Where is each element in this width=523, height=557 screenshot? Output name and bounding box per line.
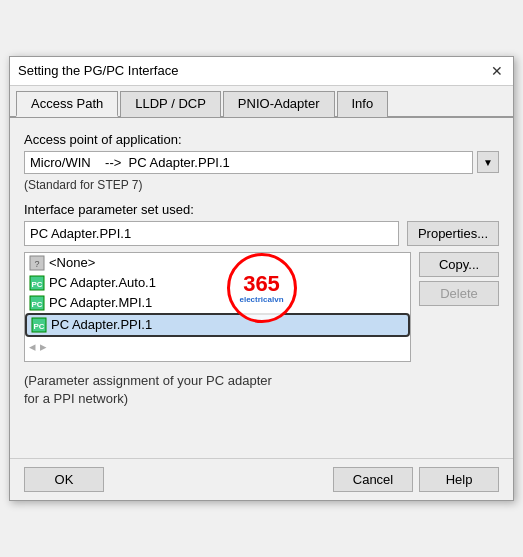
cancel-button[interactable]: Cancel bbox=[333, 467, 413, 492]
list-item-auto1-label: PC Adapter.Auto.1 bbox=[49, 275, 156, 290]
none-icon: ? bbox=[29, 255, 45, 271]
svg-text:PC: PC bbox=[33, 322, 44, 331]
tab-bar: Access Path LLDP / DCP PNIO-Adapter Info bbox=[10, 86, 513, 118]
standard-text: (Standard for STEP 7) bbox=[24, 178, 499, 192]
bottom-left-buttons: OK bbox=[24, 467, 104, 492]
svg-text:?: ? bbox=[34, 259, 39, 269]
bottom-right-buttons: Cancel Help bbox=[333, 467, 499, 492]
interface-param-row: Properties... bbox=[24, 221, 499, 246]
description-box: (Parameter assignment of your PC adapter… bbox=[24, 372, 499, 408]
properties-button[interactable]: Properties... bbox=[407, 221, 499, 246]
access-point-dropdown-arrow[interactable]: ▼ bbox=[477, 151, 499, 173]
ppi1-icon: PC bbox=[31, 317, 47, 333]
auto1-icon: PC bbox=[29, 275, 45, 291]
list-area-row: ? <None> PC PC Adapter.Auto.1 PC bbox=[24, 252, 499, 362]
list-item-mpi1-label: PC Adapter.MPI.1 bbox=[49, 295, 152, 310]
access-point-label: Access point of application: bbox=[24, 132, 499, 147]
tab-access-path[interactable]: Access Path bbox=[16, 91, 118, 117]
tab-pnio-adapter[interactable]: PNIO-Adapter bbox=[223, 91, 335, 117]
list-item-auto1[interactable]: PC PC Adapter.Auto.1 bbox=[25, 273, 410, 293]
help-button[interactable]: Help bbox=[419, 467, 499, 492]
close-button[interactable]: ✕ bbox=[489, 63, 505, 79]
adapter-list[interactable]: ? <None> PC PC Adapter.Auto.1 PC bbox=[24, 252, 411, 362]
list-item-mpi1[interactable]: PC PC Adapter.MPI.1 bbox=[25, 293, 410, 313]
mpi1-icon: PC bbox=[29, 295, 45, 311]
tab-info[interactable]: Info bbox=[337, 91, 389, 117]
access-point-row: ▼ bbox=[24, 151, 499, 174]
list-item-none[interactable]: ? <None> bbox=[25, 253, 410, 273]
bottom-bar: OK Cancel Help bbox=[10, 458, 513, 500]
list-item-ppi1[interactable]: PC PC Adapter.PPI.1 bbox=[25, 313, 410, 337]
delete-button[interactable]: Delete bbox=[419, 281, 499, 306]
copy-button[interactable]: Copy... bbox=[419, 252, 499, 277]
dialog-title: Setting the PG/PC Interface bbox=[18, 63, 178, 78]
dialog-window: Setting the PG/PC Interface ✕ Access Pat… bbox=[9, 56, 514, 501]
tab-lldp-dcp[interactable]: LLDP / DCP bbox=[120, 91, 221, 117]
list-item-ppi1-label: PC Adapter.PPI.1 bbox=[51, 317, 152, 332]
spacer bbox=[24, 408, 499, 448]
svg-text:PC: PC bbox=[31, 300, 42, 309]
ok-button[interactable]: OK bbox=[24, 467, 104, 492]
right-buttons: Copy... Delete bbox=[419, 252, 499, 362]
list-scroll-hint: ◂ ▸ bbox=[25, 337, 410, 356]
title-bar: Setting the PG/PC Interface ✕ bbox=[10, 57, 513, 86]
list-item-none-label: <None> bbox=[49, 255, 95, 270]
access-point-input[interactable] bbox=[24, 151, 473, 174]
description-text: (Parameter assignment of your PC adapter… bbox=[24, 373, 272, 406]
svg-text:PC: PC bbox=[31, 280, 42, 289]
interface-param-input[interactable] bbox=[24, 221, 399, 246]
interface-param-label: Interface parameter set used: bbox=[24, 202, 499, 217]
tab-content: 365 electricalvn Access point of applica… bbox=[10, 118, 513, 458]
